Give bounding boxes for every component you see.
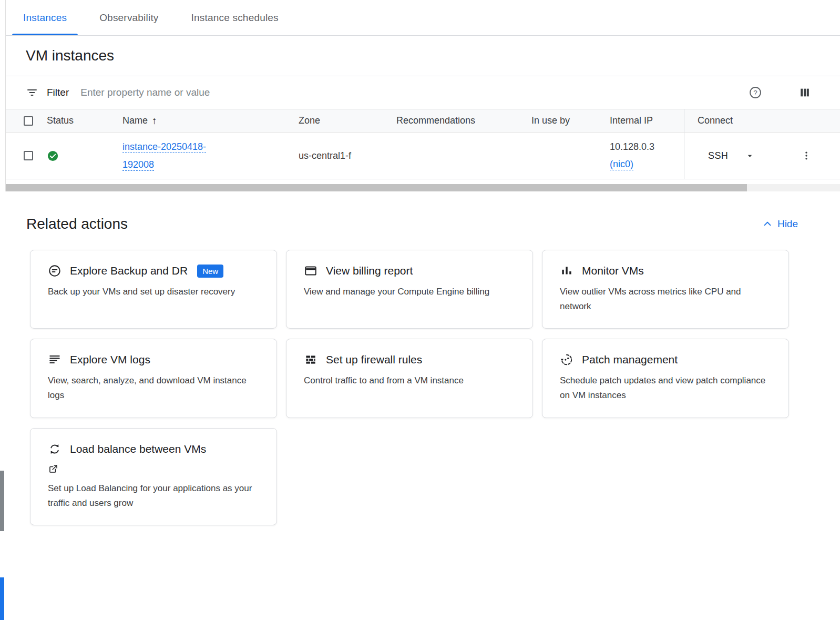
- header-connect: Connect: [684, 109, 840, 132]
- filter-icon: [26, 86, 38, 99]
- left-edge-blue-bar: [0, 577, 4, 620]
- tab-instances[interactable]: Instances: [7, 0, 83, 35]
- card-description: Back up your VMs and set up disaster rec…: [48, 284, 258, 299]
- hide-related-actions-button[interactable]: Hide: [762, 218, 798, 230]
- header-recommendations[interactable]: Recommendations: [396, 115, 531, 126]
- select-all-checkbox[interactable]: [24, 116, 33, 126]
- row-select-cell: [6, 151, 47, 160]
- card-description: Control traffic to and from a VM instanc…: [304, 373, 514, 388]
- hide-label: Hide: [777, 218, 798, 230]
- zone-cell: us-central1-f: [299, 150, 396, 161]
- card-description: View, search, analyze, and download VM i…: [48, 373, 258, 402]
- card-title: Monitor VMs: [582, 265, 644, 277]
- header-in-use-by[interactable]: In use by: [531, 115, 610, 126]
- instance-name-link[interactable]: instance-20250418-192008: [122, 138, 235, 174]
- select-all-cell: [6, 116, 47, 126]
- card-patch-management[interactable]: Patch management Schedule patch updates …: [542, 339, 789, 418]
- new-badge: New: [197, 265, 223, 278]
- internal-ip-cell: 10.128.0.3 (nic0): [610, 138, 684, 174]
- card-monitor-vms[interactable]: Monitor VMs View outlier VMs across metr…: [542, 250, 789, 329]
- left-scrollbar-thumb[interactable]: [0, 471, 4, 531]
- column-display-button[interactable]: [797, 85, 813, 100]
- status-cell: [47, 150, 122, 162]
- card-explore-backup-and-dr[interactable]: Explore Backup and DR New Back up your V…: [30, 250, 277, 329]
- horizontal-scrollbar-thumb[interactable]: [6, 184, 747, 191]
- card-set-up-firewall-rules[interactable]: Set up firewall rules Control traffic to…: [286, 339, 533, 418]
- kebab-menu-icon: [801, 150, 812, 161]
- card-description: View outlier VMs across metrics like CPU…: [560, 284, 770, 313]
- internal-ip-value: 10.128.0.3: [610, 141, 654, 152]
- help-button[interactable]: ?: [746, 84, 764, 101]
- monitor-vms-icon: [560, 264, 573, 278]
- related-actions-title: Related actions: [26, 216, 128, 232]
- card-description: View and manage your Compute Engine bill…: [304, 284, 514, 299]
- row-checkbox[interactable]: [24, 151, 33, 160]
- connect-cell: SSH: [684, 133, 840, 179]
- chevron-down-icon: [746, 152, 754, 160]
- help-icon: ?: [749, 86, 762, 99]
- status-ok-icon: [47, 150, 59, 162]
- patch-management-icon: [560, 353, 573, 367]
- card-view-billing-report[interactable]: View billing report View and manage your…: [286, 250, 533, 329]
- tab-instances-label: Instances: [23, 12, 67, 24]
- row-actions-menu-button[interactable]: [799, 148, 814, 163]
- tab-observability-label: Observability: [99, 12, 158, 24]
- header-internal-ip[interactable]: Internal IP: [610, 115, 684, 126]
- card-title: Load balance between VMs: [70, 443, 206, 455]
- load-balance-icon: [48, 442, 62, 456]
- tab-instance-schedules-label: Instance schedules: [191, 12, 279, 24]
- page-title: VM instances: [26, 47, 114, 64]
- filter-bar: Filter ?: [6, 76, 840, 109]
- card-title: Patch management: [582, 353, 678, 366]
- card-description: Set up Load Balancing for your applicati…: [48, 481, 258, 510]
- svg-text:?: ?: [753, 89, 757, 97]
- backup-dr-icon: [48, 264, 62, 278]
- header-status[interactable]: Status: [47, 115, 122, 126]
- tab-bar: Instances Observability Instance schedul…: [6, 0, 840, 36]
- external-link-icon: [48, 463, 59, 474]
- title-row: VM instances: [6, 36, 840, 76]
- tab-observability[interactable]: Observability: [83, 0, 175, 35]
- columns-icon: [799, 87, 811, 98]
- ssh-dropdown-button[interactable]: [746, 152, 754, 160]
- table-header-row: Status Name ↑ Zone Recommendations In us…: [6, 109, 840, 133]
- name-cell: instance-20250418-192008: [122, 138, 299, 174]
- sort-ascending-icon: ↑: [152, 115, 157, 127]
- card-title: Explore Backup and DR: [70, 265, 188, 277]
- filter-input[interactable]: [80, 87, 746, 98]
- top-section: Instances Observability Instance schedul…: [5, 0, 840, 191]
- related-actions-grid: Explore Backup and DR New Back up your V…: [30, 250, 788, 525]
- filter-label: Filter: [47, 87, 69, 98]
- card-load-balance-between-vms[interactable]: Load balance between VMs Set up Load Bal…: [30, 428, 277, 525]
- horizontal-scrollbar-track: [6, 184, 840, 191]
- vm-instances-page: Instances Observability Instance schedul…: [5, 0, 840, 525]
- card-explore-vm-logs[interactable]: Explore VM logs View, search, analyze, a…: [30, 339, 277, 418]
- filter-actions: ?: [746, 84, 813, 101]
- header-name[interactable]: Name ↑: [122, 115, 299, 127]
- header-zone[interactable]: Zone: [299, 115, 396, 126]
- nic-link[interactable]: (nic0): [610, 159, 633, 169]
- vm-instances-table: Status Name ↑ Zone Recommendations In us…: [6, 109, 840, 179]
- card-title: Set up firewall rules: [326, 353, 422, 366]
- related-actions-header: Related actions Hide: [26, 216, 798, 232]
- card-title: Explore VM logs: [70, 353, 150, 366]
- card-title: View billing report: [326, 265, 413, 277]
- table-row: instance-20250418-192008 us-central1-f 1…: [6, 133, 840, 179]
- vm-logs-icon: [48, 353, 62, 367]
- chevron-up-icon: [762, 219, 773, 229]
- card-description: Schedule patch updates and view patch co…: [560, 373, 770, 402]
- billing-icon: [304, 264, 317, 278]
- ssh-button[interactable]: SSH: [708, 150, 728, 161]
- tab-instance-schedules[interactable]: Instance schedules: [175, 0, 295, 35]
- firewall-icon: [304, 353, 317, 367]
